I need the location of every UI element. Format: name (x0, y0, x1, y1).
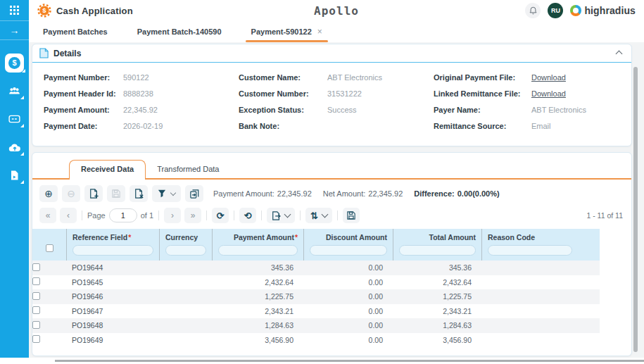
select-all-checkbox[interactable] (46, 244, 53, 252)
delete-line-item-button[interactable] (130, 185, 148, 202)
page-label: Page (87, 211, 106, 220)
filter-input-reference-field[interactable] (72, 245, 153, 256)
cell-payment-amount[interactable]: 1,225.75 (212, 292, 303, 301)
last-page-button[interactable]: » (184, 208, 201, 223)
filter-input-currency[interactable] (165, 245, 206, 256)
collapse-details-button[interactable] (614, 47, 624, 59)
cell-discount-amount[interactable]: 0.00 (303, 307, 393, 315)
sidebar-expand-button[interactable]: → (0, 21, 29, 40)
horizontal-scrollbar[interactable] (55, 360, 644, 362)
save-rows-button[interactable] (107, 185, 125, 202)
filter-input-total-amount[interactable] (399, 245, 476, 256)
history-button[interactable]: ⟲ (239, 208, 256, 223)
table-row[interactable]: PO19648 1,284.63 0.00 1,284.63 (32, 318, 600, 333)
sidebar-item-linked-data[interactable] (0, 105, 29, 133)
table-row[interactable]: PO19649 3,456.90 0.00 3,456.90 (32, 333, 600, 348)
cell-discount-amount[interactable]: 0.00 (303, 263, 393, 272)
cell-payment-amount[interactable]: 1,284.63 (212, 321, 303, 330)
column-header-discount-amount[interactable]: Discount Amount (310, 233, 387, 241)
cell-total-amount[interactable]: 2,343.21 (393, 307, 481, 315)
next-page-button[interactable]: › (164, 208, 181, 223)
top-bar: $ Cash Application Apollo RU highradius (29, 0, 644, 21)
table-row[interactable]: PO19645 2,432.64 0.00 2,432.64 (32, 275, 600, 290)
field-label: Linked Remittance File: (434, 89, 531, 98)
prev-page-button[interactable]: ‹ (60, 208, 77, 223)
column-header-reference-field[interactable]: Reference Field* (72, 233, 153, 241)
add-row-button[interactable]: ⊕ (39, 185, 58, 202)
save-layout-button[interactable] (343, 208, 360, 223)
close-tab-icon[interactable]: × (317, 27, 322, 37)
detail-field: Original Payment File:Download (434, 69, 629, 85)
cell-discount-amount[interactable]: 0.00 (303, 292, 393, 301)
row-checkbox[interactable] (32, 263, 40, 271)
column-header-payment-amount[interactable]: Payment Amount* (218, 233, 298, 241)
filter-input-reason-code[interactable] (488, 245, 572, 256)
filter-button[interactable] (152, 185, 181, 202)
vertical-scrollbar[interactable] (633, 67, 638, 352)
submenu-triangle-icon (22, 69, 25, 73)
sidebar-item-upload[interactable] (0, 133, 29, 161)
cell-reference[interactable]: PO19649 (66, 336, 159, 344)
required-marker: * (295, 233, 298, 241)
user-avatar[interactable]: RU (548, 3, 563, 18)
tab-transformed-data[interactable]: Transformed Data (146, 161, 230, 178)
cell-payment-amount[interactable]: 2,432.64 (212, 278, 303, 287)
refresh-button[interactable]: ⟳ (212, 208, 229, 223)
line-items-table: Reference Field* Currency Payment Amount… (32, 229, 600, 347)
tab-received-data[interactable]: Received Data (69, 160, 146, 180)
remove-row-button[interactable]: ⊖ (62, 185, 80, 202)
page-input[interactable] (109, 208, 137, 222)
sort-button[interactable]: ⇅ (305, 208, 332, 223)
notifications-button[interactable] (525, 3, 541, 18)
cell-discount-amount[interactable]: 0.00 (303, 278, 393, 287)
first-page-button[interactable]: « (39, 208, 56, 223)
cell-payment-amount[interactable]: 3,456.90 (212, 336, 303, 344)
tab-payment-590122[interactable]: Payment-590122 × (251, 21, 322, 42)
cell-total-amount[interactable]: 3,456.90 (393, 336, 481, 344)
app-launcher-button[interactable] (0, 0, 29, 21)
cell-reference[interactable]: PO19647 (66, 307, 159, 315)
cell-reference[interactable]: PO19645 (66, 278, 159, 287)
cell-payment-amount[interactable]: 345.36 (212, 263, 303, 272)
table-row[interactable]: PO19644 345.36 0.00 345.36 (32, 261, 600, 275)
sidebar-item-customers[interactable] (0, 77, 29, 105)
tab-payment-batch-140590[interactable]: Payment Batch-140590 (137, 21, 222, 42)
cell-reference[interactable]: PO19644 (66, 263, 159, 272)
download-linked-remittance-file-link[interactable]: Download (531, 89, 566, 98)
table-row[interactable]: PO19647 2,343.21 0.00 2,343.21 (32, 304, 600, 319)
cell-total-amount[interactable]: 2,432.64 (393, 278, 481, 287)
cell-payment-amount[interactable]: 2,343.21 (212, 307, 303, 315)
details-fields: Payment Number:590122 Payment Header Id:… (32, 63, 631, 134)
column-header-reason-code[interactable]: Reason Code (488, 233, 593, 241)
difference-value: 0.00(0.00%) (457, 189, 500, 198)
row-checkbox[interactable] (32, 306, 40, 314)
cell-reference[interactable]: PO19646 (66, 292, 159, 301)
cell-reference[interactable]: PO19648 (66, 321, 159, 330)
field-value: 590122 (123, 73, 149, 82)
filter-input-discount-amount[interactable] (310, 245, 387, 256)
app-window: → $ (0, 0, 644, 364)
cell-discount-amount[interactable]: 0.00 (303, 336, 393, 344)
history-icon: ⟲ (244, 211, 252, 221)
column-header-total-amount[interactable]: Total Amount (399, 233, 476, 241)
cell-total-amount[interactable]: 1,225.75 (393, 292, 481, 301)
tab-payment-batches[interactable]: Payment Batches (43, 21, 108, 42)
sidebar-item-documents[interactable] (0, 161, 29, 189)
row-checkbox[interactable] (32, 292, 40, 300)
duplicate-rows-button[interactable] (185, 185, 203, 202)
row-checkbox[interactable] (32, 321, 40, 329)
highradius-brand[interactable]: highradius (570, 5, 636, 16)
highradius-logo-icon (570, 5, 581, 16)
cell-total-amount[interactable]: 345.36 (393, 263, 481, 272)
row-checkbox[interactable] (32, 277, 40, 285)
column-header-currency[interactable]: Currency (165, 233, 206, 241)
download-original-payment-file-link[interactable]: Download (531, 73, 566, 82)
add-line-item-button[interactable] (84, 185, 103, 202)
filter-input-payment-amount[interactable] (218, 245, 298, 256)
row-checkbox[interactable] (32, 335, 40, 343)
export-button[interactable] (267, 208, 295, 223)
sidebar-item-cash-application[interactable]: $ (0, 49, 29, 77)
cell-total-amount[interactable]: 1,284.63 (393, 321, 481, 330)
cell-discount-amount[interactable]: 0.00 (303, 321, 393, 330)
table-row[interactable]: PO19646 1,225.75 0.00 1,225.75 (32, 289, 600, 304)
